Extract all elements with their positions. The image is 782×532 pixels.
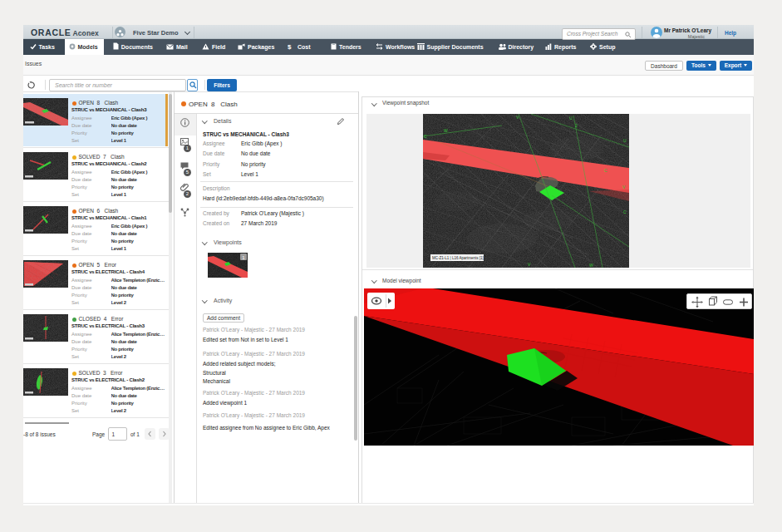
svg-text:U: U: [623, 138, 627, 143]
svg-text:C: C: [623, 209, 627, 214]
svg-text:2: 2: [575, 123, 578, 128]
svg-text:W: W: [589, 263, 593, 268]
svg-text:$: $: [288, 43, 292, 50]
svg-text:U: U: [569, 116, 573, 121]
svg-text:W: W: [444, 128, 448, 133]
svg-text:MC-Z1-L1 | L16 Apartments [1]: MC-Z1-L1 | L16 Apartments [1]: [432, 256, 484, 260]
svg-text:C: C: [604, 168, 607, 173]
svg-text:C: C: [424, 134, 427, 139]
